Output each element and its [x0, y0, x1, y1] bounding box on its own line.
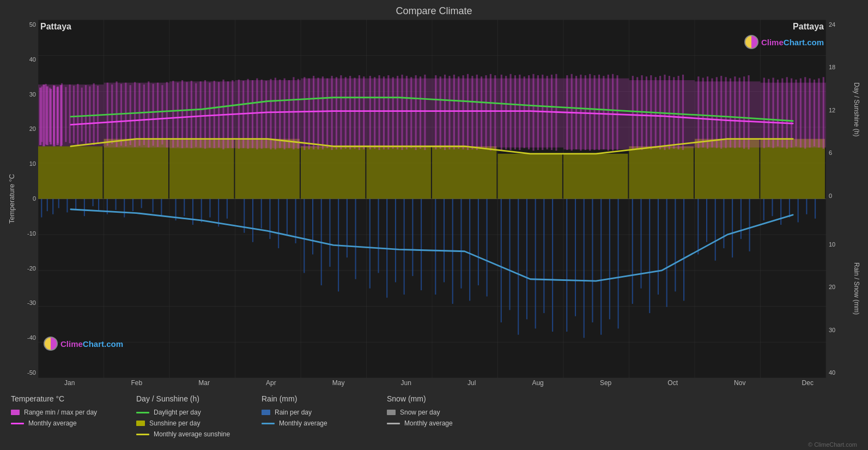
svg-rect-235 — [476, 75, 478, 150]
svg-rect-45 — [209, 199, 210, 218]
svg-rect-65 — [395, 199, 396, 283]
logo-bottom-left: ClimeChart.com — [44, 337, 123, 351]
legend-snow-avg: Monthly average — [387, 419, 496, 427]
svg-rect-172 — [177, 83, 179, 147]
svg-rect-155 — [93, 83, 95, 145]
svg-rect-153 — [85, 85, 87, 144]
svg-rect-101 — [732, 199, 733, 258]
svg-rect-87 — [600, 199, 602, 335]
svg-rect-104 — [763, 199, 764, 221]
svg-rect-244 — [519, 75, 520, 150]
svg-rect-35 — [115, 199, 116, 210]
svg-rect-241 — [505, 76, 507, 149]
svg-rect-264 — [616, 75, 618, 150]
svg-rect-85 — [584, 199, 585, 338]
svg-rect-162 — [130, 85, 131, 145]
svg-rect-38 — [141, 199, 142, 208]
svg-rect-122 — [761, 139, 825, 199]
svg-rect-77 — [509, 199, 510, 310]
svg-rect-213 — [369, 76, 371, 149]
svg-rect-165 — [143, 85, 145, 145]
svg-rect-203 — [322, 76, 324, 149]
svg-rect-214 — [374, 77, 375, 148]
svg-rect-240 — [501, 75, 502, 150]
svg-rect-97 — [697, 199, 699, 255]
svg-rect-28 — [58, 199, 59, 208]
svg-rect-293 — [781, 79, 783, 148]
y-tick-left-3: 20 — [29, 126, 36, 132]
svg-rect-202 — [317, 77, 319, 149]
legend-rain-avg: Monthly average — [262, 419, 371, 427]
svg-rect-302 — [823, 77, 824, 148]
legend-snow-bar: Snow per day — [387, 409, 496, 416]
svg-rect-26 — [47, 199, 48, 212]
svg-rect-292 — [777, 80, 779, 146]
svg-rect-62 — [369, 199, 371, 289]
svg-rect-100 — [723, 199, 724, 249]
svg-rect-215 — [379, 75, 380, 150]
svg-rect-47 — [227, 199, 228, 219]
svg-rect-110 — [815, 199, 816, 219]
svg-rect-73 — [469, 199, 470, 301]
svg-rect-295 — [791, 79, 792, 148]
svg-rect-263 — [612, 74, 614, 151]
svg-rect-238 — [490, 74, 491, 151]
y-tick-left-7: -20 — [27, 266, 36, 272]
svg-rect-228 — [444, 75, 446, 150]
svg-rect-210 — [354, 77, 355, 148]
svg-rect-70 — [444, 199, 445, 283]
svg-rect-40 — [161, 199, 162, 217]
svg-rect-33 — [98, 199, 99, 212]
svg-rect-142 — [41, 86, 43, 142]
svg-rect-99 — [715, 199, 716, 261]
svg-rect-44 — [201, 199, 202, 223]
svg-rect-39 — [153, 199, 154, 213]
snow-bar-icon — [387, 410, 396, 415]
svg-rect-116 — [367, 146, 431, 199]
svg-rect-227 — [440, 76, 441, 149]
legend-sunshine-avg: Monthly average sunshine — [136, 430, 245, 438]
svg-rect-171 — [172, 81, 174, 147]
svg-rect-25 — [41, 199, 42, 218]
svg-rect-223 — [415, 75, 417, 150]
rain-avg-icon — [262, 423, 275, 424]
svg-rect-146 — [57, 86, 59, 143]
x-label-jun: Jun — [401, 379, 411, 387]
svg-rect-300 — [814, 80, 815, 146]
svg-rect-105 — [772, 199, 773, 217]
svg-rect-112 — [104, 139, 168, 199]
svg-rect-74 — [478, 199, 479, 286]
svg-rect-207 — [340, 75, 342, 149]
svg-rect-211 — [359, 75, 360, 150]
y-tick-right-24: 24 — [829, 22, 848, 28]
svg-rect-298 — [804, 77, 806, 148]
svg-rect-285 — [734, 76, 736, 148]
svg-rect-248 — [537, 75, 539, 150]
svg-rect-287 — [743, 76, 745, 149]
svg-rect-53 — [287, 199, 288, 235]
daylight-icon — [136, 412, 149, 413]
svg-rect-220 — [401, 75, 403, 150]
svg-rect-282 — [720, 76, 722, 149]
svg-rect-279 — [707, 76, 708, 149]
svg-rect-239 — [494, 75, 496, 150]
svg-rect-297 — [800, 79, 802, 148]
svg-rect-42 — [184, 199, 185, 217]
copyright-text: © ClimeChart.com — [5, 440, 863, 450]
svg-rect-175 — [191, 81, 192, 148]
svg-rect-60 — [347, 199, 348, 258]
x-label-nov: Nov — [734, 379, 745, 387]
svg-rect-69 — [435, 199, 436, 295]
svg-rect-231 — [458, 76, 459, 149]
svg-rect-66 — [404, 199, 405, 295]
svg-rect-50 — [261, 199, 262, 229]
svg-rect-89 — [618, 199, 619, 329]
svg-rect-289 — [763, 77, 765, 148]
svg-rect-108 — [798, 199, 799, 223]
svg-rect-75 — [487, 199, 488, 297]
legend-temp-avg: Monthly average — [11, 419, 120, 427]
svg-rect-280 — [711, 79, 713, 148]
svg-rect-242 — [510, 74, 512, 150]
legend-rain: Rain (mm) Rain per day Monthly average — [262, 394, 371, 438]
legend-sunshine: Day / Sunshine (h) Daylight per day Suns… — [136, 394, 245, 438]
